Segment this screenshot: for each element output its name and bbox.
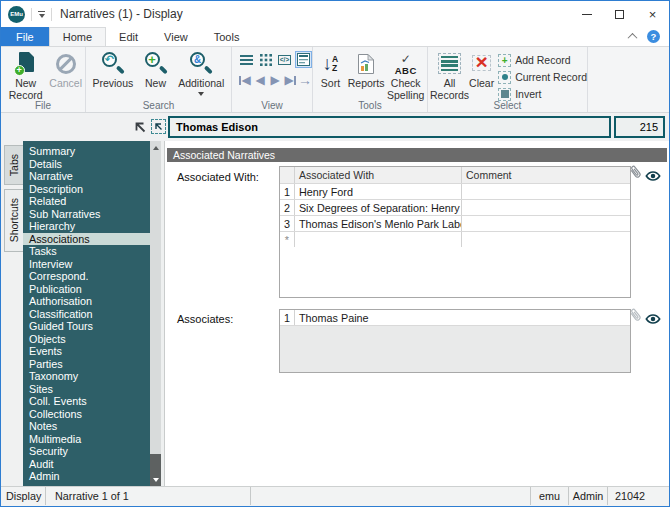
status-database: emu	[531, 487, 569, 505]
ribbon-group-tools: ↓ AZ Sort Reports ✓ ABC	[313, 47, 428, 112]
comment-cell[interactable]	[462, 232, 630, 247]
sort-icon: ↓ AZ	[323, 51, 339, 76]
comment-cell[interactable]	[462, 216, 630, 231]
side-tab-tabs[interactable]: Tabs	[4, 145, 23, 185]
sidebar-item-tasks[interactable]: Tasks	[23, 245, 150, 258]
sidebar-item-audit[interactable]: Audit	[23, 458, 150, 471]
sidebar-scrollbar[interactable]	[150, 141, 161, 486]
sidebar-item-multimedia[interactable]: Multimedia	[23, 433, 150, 446]
associated-with-cell[interactable]	[295, 232, 462, 247]
view-attachment-icon[interactable]	[645, 311, 661, 323]
side-tab-shortcuts[interactable]: Shortcuts	[4, 189, 23, 252]
previous-search-button[interactable]: ↶ Previous	[88, 50, 138, 90]
associated-with-cell[interactable]: Henry Ford	[295, 184, 462, 199]
minimize-button[interactable]	[570, 1, 603, 27]
last-record-button[interactable]: ▶	[283, 72, 297, 88]
sidebar-item-summary[interactable]: Summary	[23, 145, 150, 158]
sidebar-item-sites[interactable]: Sites	[23, 383, 150, 396]
attach-mode-icon[interactable]	[151, 119, 166, 134]
cancel-icon	[56, 54, 76, 74]
sidebar-item-narrative[interactable]: Narrative	[23, 170, 150, 183]
sidebar-item-classification[interactable]: Classification	[23, 308, 150, 321]
list-item[interactable]: 1 Thomas Paine	[280, 310, 630, 326]
scroll-down-icon[interactable]	[150, 474, 161, 486]
first-record-button[interactable]: ◀	[238, 72, 252, 88]
tab-view[interactable]: View	[151, 27, 201, 46]
associated-with-cell[interactable]: Thomas Edison's Menlo Park Laboratory	[295, 216, 462, 231]
comment-cell[interactable]	[462, 184, 630, 199]
sidebar-item-parties[interactable]: Parties	[23, 358, 150, 371]
group-label-tools: Tools	[313, 100, 427, 111]
table-row[interactable]: 1 Henry Ford	[280, 183, 630, 199]
sort-button[interactable]: ↓ AZ Sort	[315, 50, 346, 90]
ribbon-group-file: + New Record Cancel File	[1, 47, 86, 112]
sidebar-item-coll-events[interactable]: Coll. Events	[23, 395, 150, 408]
sidebar-item-interview[interactable]: Interview	[23, 258, 150, 271]
attachment-icon[interactable]	[629, 164, 643, 181]
tab-edit[interactable]: Edit	[106, 27, 151, 46]
tab-home[interactable]: Home	[49, 27, 106, 46]
sidebar-item-guided-tours[interactable]: Guided Tours	[23, 320, 150, 333]
app-logo-icon[interactable]: EMu	[8, 6, 25, 23]
scroll-up-icon[interactable]	[150, 141, 161, 154]
sidebar-item-security[interactable]: Security	[23, 445, 150, 458]
sidebar-item-sub-narratives[interactable]: Sub Narratives	[23, 208, 150, 221]
tabs-sidebar: Summary Details Narrative Description Re…	[23, 141, 161, 486]
collapse-ribbon-icon[interactable]	[628, 33, 638, 43]
current-record-button[interactable]: Current Record	[498, 69, 587, 85]
sidebar-item-taxonomy[interactable]: Taxonomy	[23, 370, 150, 383]
sidebar-item-details[interactable]: Details	[23, 158, 150, 171]
sidebar-item-publication[interactable]: Publication	[23, 283, 150, 296]
associated-with-table: Associated With Comment 1 Henry Ford 2 S…	[279, 166, 631, 298]
view-attachment-icon[interactable]	[645, 168, 661, 180]
additional-search-button[interactable]: & Additional	[173, 50, 229, 96]
code-view-toggle[interactable]: </>	[276, 51, 293, 68]
new-search-button[interactable]: + New	[138, 50, 174, 90]
new-record-button[interactable]: + New Record	[3, 50, 48, 101]
quick-access-dropdown-icon[interactable]	[38, 11, 45, 18]
close-button[interactable]: ×	[636, 1, 669, 27]
attachment-icon-disabled[interactable]	[629, 307, 643, 324]
sidebar-item-collections[interactable]: Collections	[23, 408, 150, 421]
goto-record-button[interactable]: →	[298, 72, 312, 88]
sidebar-item-events[interactable]: Events	[23, 345, 150, 358]
associate-name-cell[interactable]: Thomas Paine	[295, 310, 630, 325]
sidebar-item-description[interactable]: Description	[23, 183, 150, 196]
scrollbar-thumb[interactable]	[150, 454, 161, 474]
minimize-icon	[582, 14, 592, 15]
clear-selection-button[interactable]: × Clear	[469, 50, 494, 90]
sidebar-item-related[interactable]: Related	[23, 195, 150, 208]
pointer-icon[interactable]	[133, 120, 147, 138]
grid-view-toggle[interactable]	[257, 51, 274, 68]
check-spelling-button[interactable]: ✓ ABC Check Spelling	[386, 50, 425, 101]
table-row[interactable]: 2 Six Degrees of Separation: Henry Ford …	[280, 199, 630, 215]
table-row[interactable]: 3 Thomas Edison's Menlo Park Laboratory	[280, 215, 630, 231]
add-record-button[interactable]: + Add Record	[498, 52, 587, 68]
all-records-button[interactable]: All Records	[430, 50, 469, 101]
cancel-button[interactable]: Cancel	[48, 50, 83, 90]
associated-with-cell[interactable]: Six Degrees of Separation: Henry Ford ..…	[295, 200, 462, 215]
sidebar-item-authorisation[interactable]: Authorisation	[23, 295, 150, 308]
sidebar-item-hierarchy[interactable]: Hierarchy	[23, 220, 150, 233]
row-number-cell: 3	[280, 216, 295, 231]
comment-cell[interactable]	[462, 200, 630, 215]
tab-file[interactable]: File	[1, 27, 49, 46]
ribbon-group-view: </> ◀ ◀ ▶ ▶ → View	[232, 47, 313, 112]
next-record-button[interactable]: ▶	[268, 72, 282, 88]
maximize-button[interactable]	[603, 1, 636, 27]
record-summary-field[interactable]: Thomas Edison	[168, 116, 611, 138]
list-view-toggle[interactable]	[238, 51, 255, 68]
new-record-icon: +	[14, 52, 38, 76]
table-new-row[interactable]: *	[280, 231, 630, 247]
help-button[interactable]: ?	[647, 30, 660, 43]
associated-with-label: Associated With:	[177, 171, 259, 183]
sidebar-item-notes[interactable]: Notes	[23, 420, 150, 433]
sidebar-item-admin[interactable]: Admin	[23, 470, 150, 483]
sidebar-item-associations[interactable]: Associations	[23, 233, 150, 246]
tab-tools[interactable]: Tools	[201, 27, 253, 46]
reports-button[interactable]: Reports	[346, 50, 387, 90]
previous-record-button[interactable]: ◀	[253, 72, 267, 88]
sidebar-item-objects[interactable]: Objects	[23, 333, 150, 346]
sidebar-item-correspond[interactable]: Correspond.	[23, 270, 150, 283]
form-view-toggle[interactable]	[295, 51, 312, 68]
